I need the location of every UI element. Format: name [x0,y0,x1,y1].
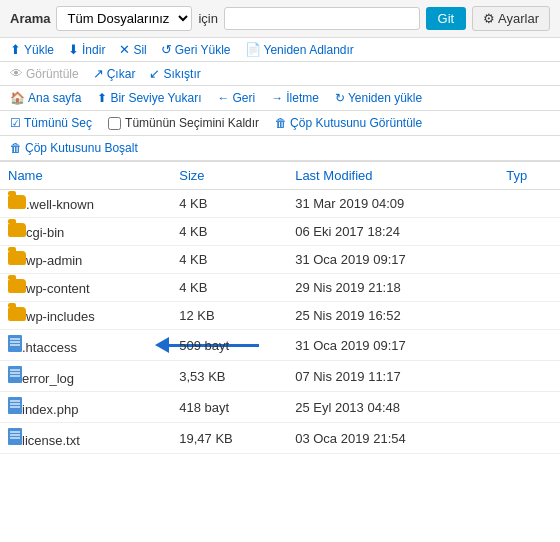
up-level-icon: ⬆ [97,91,107,105]
file-size-wp-admin: 4 KB [171,246,287,274]
file-size-license-txt: 19,47 KB [171,423,287,454]
file-size-error-log: 3,53 KB [171,361,287,392]
extract-icon: ↗ [93,66,104,81]
table-row: license.txt19,47 KB03 Oca 2019 21:54 [0,423,560,454]
upload-icon: ⬆ [10,42,21,57]
tumununsecimini-kaldir-label[interactable]: Tümünün Seçimini Kaldır [108,116,259,130]
file-name-well-known[interactable]: .well-known [8,197,94,212]
file-modified-error-log: 07 Nis 2019 11:17 [287,361,498,392]
sil-button[interactable]: ✕ Sil [119,42,146,57]
file-type-wp-admin [498,246,560,274]
file-size-htaccess: 509 bayt [171,330,287,361]
yukle-button[interactable]: ⬆ Yükle [10,42,54,57]
tumununsecimini-kaldir-checkbox[interactable] [108,117,121,130]
file-modified-cgi-bin: 06 Eki 2017 18:24 [287,218,498,246]
file-type-wp-content [498,274,560,302]
file-type-license-txt [498,423,560,454]
yeniden-adlandir-button[interactable]: 📄 Yeniden Adlandır [245,42,354,57]
arrow-head [155,337,169,353]
back-icon: ← [218,91,230,105]
cop-goruntule-button[interactable]: 🗑 Çöp Kutusunu Görüntüle [275,116,422,130]
table-row: index.php418 bayt25 Eyl 2013 04:48 [0,392,560,423]
folder-icon [8,251,26,265]
file-modified-license-txt: 03 Oca 2019 21:54 [287,423,498,454]
toolbar-1: ⬆ Yükle ⬇ İndir ✕ Sil ↺ Geri Yükle 📄 Yen… [0,38,560,62]
doc-icon [8,428,22,445]
doc-icon [8,366,22,383]
file-type-cgi-bin [498,218,560,246]
file-name-htaccess[interactable]: .htaccess [8,340,77,355]
file-modified-wp-content: 29 Nis 2019 21:18 [287,274,498,302]
ana-sayfa-button[interactable]: 🏠 Ana sayfa [10,91,81,105]
table-header-row: Name Size Last Modified Typ [0,162,560,190]
file-modified-wp-includes: 25 Nis 2019 16:52 [287,302,498,330]
table-row: wp-admin4 KB31 Oca 2019 09:17 [0,246,560,274]
search-bar: Arama Tüm Dosyalarınız için Git ⚙ Ayarla… [0,0,560,38]
file-name-wp-content[interactable]: wp-content [8,281,90,296]
home-icon: 🏠 [10,91,25,105]
git-button[interactable]: Git [426,7,467,30]
geri-button[interactable]: ← Geri [218,91,256,105]
ayarlar-button[interactable]: ⚙ Ayarlar [472,6,550,31]
refresh-icon: ↻ [335,91,345,105]
cop-bosalt-button[interactable]: 🗑 Çöp Kutusunu Boşalt [10,141,550,155]
search-label: Arama [10,11,50,26]
table-row: cgi-bin4 KB06 Eki 2017 18:24 [0,218,560,246]
doc-icon [8,397,22,414]
file-type-index-php [498,392,560,423]
file-name-error-log[interactable]: error_log [8,371,74,386]
compress-icon: ↙ [149,66,160,81]
table-row: error_log3,53 KB07 Nis 2019 11:17 [0,361,560,392]
trash-empty-icon: 🗑 [10,141,22,155]
folder-icon [8,195,26,209]
file-name-index-php[interactable]: index.php [8,402,78,417]
nav-bar: 🏠 Ana sayfa ⬆ Bir Seviye Yukarı ← Geri →… [0,86,560,111]
sikistir-button[interactable]: ↙ Sıkıştır [149,66,200,81]
doc-icon [8,335,22,352]
file-size-wp-content: 4 KB [171,274,287,302]
iletme-button[interactable]: → İletme [271,91,319,105]
geri-yukle-button[interactable]: ↺ Geri Yükle [161,42,231,57]
view-icon: 👁 [10,66,23,81]
col-size[interactable]: Size [171,162,287,190]
folder-icon [8,279,26,293]
file-type-well-known [498,190,560,218]
file-modified-index-php: 25 Eyl 2013 04:48 [287,392,498,423]
file-size-well-known: 4 KB [171,190,287,218]
search-for-label: için [198,11,218,26]
table-row: .htaccess509 bayt31 Oca 2019 09:17 [0,330,560,361]
yeniden-yukle-button[interactable]: ↻ Yeniden yükle [335,91,422,105]
file-name-license-txt[interactable]: license.txt [8,433,80,448]
table-row: .well-known4 KB31 Mar 2019 04:09 [0,190,560,218]
search-input[interactable] [224,7,420,30]
col-modified[interactable]: Last Modified [287,162,498,190]
cikar-button[interactable]: ↗ Çıkar [93,66,136,81]
file-name-wp-includes[interactable]: wp-includes [8,309,95,324]
col-type[interactable]: Typ [498,162,560,190]
table-row: wp-includes12 KB25 Nis 2019 16:52 [0,302,560,330]
col-name[interactable]: Name [0,162,171,190]
select-bar: ☑ Tümünü Seç Tümünün Seçimini Kaldır 🗑 Ç… [0,111,560,136]
file-modified-well-known: 31 Mar 2019 04:09 [287,190,498,218]
file-type-error-log [498,361,560,392]
delete-icon: ✕ [119,42,130,57]
file-type-wp-includes [498,302,560,330]
indir-button[interactable]: ⬇ İndir [68,42,105,57]
file-size-cgi-bin: 4 KB [171,218,287,246]
forward-icon: → [271,91,283,105]
table-row: wp-content4 KB29 Nis 2019 21:18 [0,274,560,302]
search-select[interactable]: Tüm Dosyalarınız [56,6,192,31]
file-size-wp-includes: 12 KB [171,302,287,330]
folder-icon [8,223,26,237]
file-name-wp-admin[interactable]: wp-admin [8,253,82,268]
goruntule-button[interactable]: 👁 Görüntüle [10,66,79,81]
tumunu-sec-button[interactable]: ☑ Tümünü Seç [10,116,92,130]
file-modified-wp-admin: 31 Oca 2019 09:17 [287,246,498,274]
select-all-icon: ☑ [10,116,21,130]
folder-icon [8,307,26,321]
file-name-cgi-bin[interactable]: cgi-bin [8,225,64,240]
download-icon: ⬇ [68,42,79,57]
rename-icon: 📄 [245,42,261,57]
trash-view-icon: 🗑 [275,116,287,130]
bir-seviye-button[interactable]: ⬆ Bir Seviye Yukarı [97,91,201,105]
